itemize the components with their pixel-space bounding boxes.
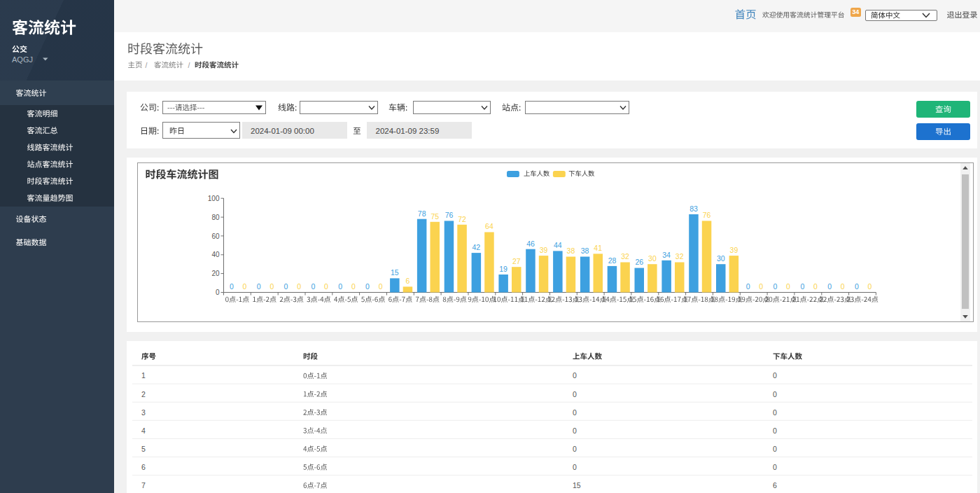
svg-text:AQGJ: AQGJ [12,55,33,64]
svg-text:0: 0 [573,426,577,435]
svg-text:78: 78 [418,209,426,218]
svg-text:0: 0 [827,282,832,291]
svg-text:4: 4 [141,426,146,435]
svg-text:15: 15 [573,481,581,489]
svg-text:42: 42 [472,243,480,251]
svg-text:32: 32 [621,252,629,261]
svg-text:0: 0 [284,282,288,291]
svg-text:3: 3 [141,408,146,417]
svg-text:39: 39 [540,246,548,254]
svg-text:0: 0 [773,445,777,453]
svg-text:19: 19 [499,265,507,273]
svg-text:0: 0 [365,282,370,291]
svg-text:60: 60 [211,232,220,240]
svg-text:/: / [146,61,148,69]
svg-text:0: 0 [773,371,777,380]
svg-text:2024-01-09 00:00: 2024-01-09 00:00 [251,127,314,135]
svg-text:0: 0 [573,371,577,380]
svg-text:46: 46 [526,239,535,248]
svg-text:34: 34 [852,8,859,15]
svg-text:20: 20 [211,270,220,277]
svg-text:7: 7 [141,481,146,489]
svg-text:32: 32 [676,252,684,261]
svg-text:0: 0 [773,463,777,471]
svg-text:0: 0 [813,282,818,291]
svg-text:0: 0 [338,282,342,291]
svg-text:0: 0 [759,282,763,291]
svg-text:83: 83 [690,204,698,213]
svg-text:2: 2 [141,390,146,398]
svg-text:75: 75 [430,212,439,221]
svg-text:0: 0 [773,282,777,291]
svg-text:0: 0 [573,390,577,398]
svg-text:44: 44 [554,241,562,249]
svg-text:64: 64 [485,222,493,230]
svg-text:0: 0 [351,282,356,291]
svg-text:1: 1 [141,371,146,380]
svg-text:0: 0 [800,282,804,291]
svg-text:26: 26 [635,258,643,266]
svg-text:0: 0 [786,282,790,291]
svg-text:2024-01-09 23:59: 2024-01-09 23:59 [376,127,440,135]
svg-text:0: 0 [324,282,328,291]
svg-text:0: 0 [242,282,246,291]
svg-text:0: 0 [841,282,845,291]
svg-text:5: 5 [141,445,146,453]
svg-text:30: 30 [648,254,657,263]
svg-text:38: 38 [581,246,589,255]
svg-text:0: 0 [773,426,777,435]
svg-text:0: 0 [230,282,234,291]
svg-text:0: 0 [216,289,220,296]
svg-text:0: 0 [297,282,301,291]
svg-text:39: 39 [730,246,738,254]
svg-text:6: 6 [141,463,146,471]
svg-text:/: / [188,61,190,69]
svg-text:0: 0 [311,282,315,291]
svg-text:6: 6 [773,481,777,489]
svg-text:38: 38 [567,246,575,255]
svg-text:15: 15 [391,268,399,277]
svg-text:6: 6 [405,277,410,285]
svg-text:30: 30 [717,254,725,263]
svg-text:28: 28 [608,256,617,265]
svg-text:0: 0 [773,390,777,398]
svg-text:100: 100 [208,195,220,202]
svg-text:40: 40 [211,251,220,258]
svg-text:0: 0 [855,282,859,291]
svg-text:27: 27 [512,257,521,265]
svg-text:41: 41 [594,244,602,252]
svg-text:0: 0 [379,282,383,291]
svg-text:76: 76 [703,211,711,219]
svg-text:0: 0 [573,408,577,417]
svg-text:34: 34 [662,251,671,259]
svg-text:0: 0 [573,445,577,453]
svg-text:0: 0 [868,282,872,291]
svg-text:0: 0 [270,282,274,291]
svg-text:76: 76 [445,211,454,219]
svg-text:0: 0 [257,282,261,291]
svg-text:0: 0 [573,463,577,471]
svg-text:0: 0 [746,282,750,291]
svg-text:0: 0 [773,408,777,417]
svg-text:72: 72 [458,215,466,223]
svg-text:80: 80 [211,214,220,221]
